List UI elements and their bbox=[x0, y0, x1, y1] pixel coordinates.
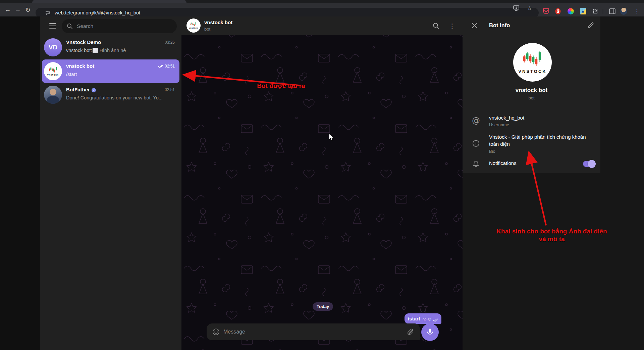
url-text[interactable]: web.telegram.org/k/#@vnstock_hq_bot bbox=[55, 10, 140, 15]
annotation-bot-created: Bot được tạo ra bbox=[246, 82, 316, 90]
pocket-extension-icon[interactable] bbox=[542, 7, 550, 15]
back-icon[interactable]: ← bbox=[3, 5, 13, 15]
chat-header-title: vnstock bot bbox=[204, 19, 232, 25]
search-icon[interactable] bbox=[431, 21, 441, 31]
chat-row-botfather[interactable]: BotFather✓ Done! Congratulations on your… bbox=[42, 83, 179, 106]
install-app-icon[interactable] bbox=[513, 4, 520, 12]
bio-label: Bio bbox=[489, 149, 495, 154]
tab-strip bbox=[0, 0, 644, 3]
chat-time: 02:51 bbox=[165, 87, 175, 92]
vnstock-logo bbox=[522, 51, 543, 68]
chat-time: 03:26 bbox=[165, 40, 175, 45]
chat-title: vnstock bot bbox=[66, 63, 94, 69]
chat-header-avatar[interactable]: VNSTOCK bbox=[186, 18, 201, 33]
notifications-toggle[interactable] bbox=[583, 161, 595, 167]
downloader-extension-icon[interactable] bbox=[579, 7, 587, 15]
at-icon: @ bbox=[472, 116, 480, 125]
bell-icon bbox=[472, 160, 480, 168]
read-check-icon bbox=[433, 318, 438, 322]
search-placeholder: Search bbox=[77, 23, 93, 29]
bio-value[interactable]: Vnstock - Giải pháp phân tích chứng khoá… bbox=[489, 133, 596, 147]
chat-preview: Done! Congratulations on your new bot. Y… bbox=[66, 95, 177, 100]
bot-avatar[interactable]: VNSTOCK bbox=[513, 43, 552, 82]
toolbar-separator bbox=[603, 9, 603, 14]
message-text: /start bbox=[408, 316, 420, 321]
chat-list-sidebar: Search VD Vnstock Demo vnstock bot:Hình … bbox=[40, 16, 181, 350]
chat-background-pattern bbox=[181, 16, 463, 350]
username-label: Username bbox=[489, 122, 509, 127]
kebab-menu-icon[interactable]: ⋮ bbox=[447, 21, 457, 31]
forward-icon[interactable]: → bbox=[13, 5, 23, 15]
chat-preview: /start bbox=[66, 72, 167, 77]
avatar: VNSTOCK bbox=[44, 62, 62, 80]
extensions-puzzle-icon[interactable] bbox=[591, 7, 599, 15]
bookmark-star-icon[interactable]: ☆ bbox=[526, 4, 533, 12]
browser-toolbar: ← → ↻ web.telegram.org/k/#@vnstock_hq_bo… bbox=[0, 3, 644, 16]
search-input[interactable]: Search bbox=[62, 19, 177, 33]
blocker-extension-icon[interactable] bbox=[554, 7, 561, 15]
microphone-icon bbox=[426, 328, 434, 337]
profile-avatar[interactable] bbox=[620, 7, 627, 15]
verified-badge-icon: ✓ bbox=[92, 88, 96, 92]
notifications-label: Notifications bbox=[489, 160, 517, 166]
chat-preview: vnstock bot:Hình ảnh nè bbox=[66, 48, 167, 53]
browser-menu-icon[interactable]: ⋮ bbox=[633, 7, 641, 15]
photo-thumbnail bbox=[93, 48, 98, 53]
chat-time: 02:51 bbox=[158, 64, 175, 69]
chat-title: Vnstock Demo bbox=[66, 39, 101, 45]
message-input[interactable]: Message bbox=[207, 323, 420, 340]
avatar: VD bbox=[44, 38, 62, 56]
bot-name: vnstock bot bbox=[463, 87, 600, 94]
outgoing-message[interactable]: /start 02:51 bbox=[405, 313, 441, 324]
chat-title: BotFather✓ bbox=[66, 87, 96, 92]
chat-header-subtitle: bot bbox=[204, 27, 210, 32]
bot-info-panel bbox=[463, 16, 600, 173]
browser-window: ← → ↻ web.telegram.org/k/#@vnstock_hq_bo… bbox=[0, 0, 644, 350]
telegram-app: Search VD Vnstock Demo vnstock bot:Hình … bbox=[0, 16, 644, 350]
read-check-icon bbox=[158, 64, 164, 68]
username-value[interactable]: vnstock_hq_bot bbox=[489, 115, 524, 121]
chat-row-vnstock-demo[interactable]: VD Vnstock Demo vnstock bot:Hình ảnh nè … bbox=[42, 36, 179, 59]
avatar bbox=[44, 86, 62, 104]
attach-icon[interactable] bbox=[407, 328, 414, 336]
emoji-icon[interactable] bbox=[212, 328, 220, 336]
vnstock-logo bbox=[190, 22, 197, 27]
active-tab[interactable] bbox=[32, 0, 186, 3]
left-gutter bbox=[0, 16, 40, 350]
reload-icon[interactable]: ↻ bbox=[23, 5, 33, 15]
edit-icon[interactable] bbox=[587, 21, 596, 30]
annotation-bot-birth: Khai sinh cho bot bằng Ảnh đại diện và m… bbox=[486, 227, 617, 243]
info-icon bbox=[472, 139, 480, 148]
colorpick-extension-icon[interactable] bbox=[567, 7, 574, 15]
message-placeholder: Message bbox=[223, 329, 407, 335]
mouse-cursor bbox=[329, 133, 334, 141]
date-badge[interactable]: Today bbox=[313, 302, 333, 311]
close-icon[interactable] bbox=[471, 21, 479, 30]
search-icon bbox=[67, 23, 73, 29]
vnstock-logo bbox=[49, 67, 58, 74]
chat-area: VNSTOCK vnstock bot bot ⋮ Today /start 0… bbox=[181, 16, 463, 350]
message-time: 02:51 bbox=[423, 318, 432, 322]
sidebar-toggle-icon[interactable] bbox=[608, 7, 616, 15]
site-info-icon[interactable] bbox=[44, 9, 52, 16]
voice-record-button[interactable] bbox=[421, 323, 439, 341]
chat-row-vnstock-bot[interactable]: VNSTOCK vnstock bot /start 02:51 bbox=[42, 59, 179, 83]
hamburger-menu-icon[interactable] bbox=[47, 20, 58, 32]
chat-header[interactable]: VNSTOCK vnstock bot bot ⋮ bbox=[181, 16, 463, 35]
bot-status: bot bbox=[463, 95, 600, 100]
panel-title: Bot Info bbox=[489, 22, 510, 29]
